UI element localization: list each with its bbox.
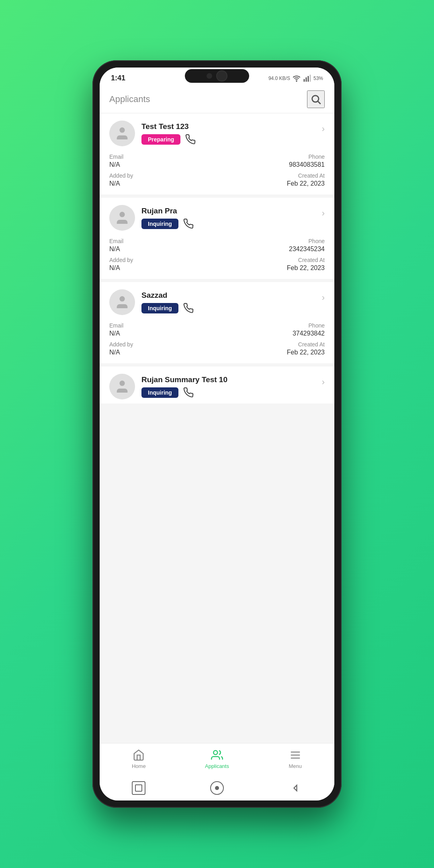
search-icon (310, 94, 321, 105)
back-button[interactable] (289, 781, 302, 795)
applicant-card[interactable]: Sazzad Inquiring › (100, 282, 334, 363)
nav-applicants[interactable]: Applicants (201, 749, 233, 769)
home-nav-icon (133, 749, 145, 761)
applicant-card[interactable]: Test Test 123 Preparing › (100, 113, 334, 194)
svg-line-6 (318, 101, 320, 104)
applicant-name: Rujan Pra (141, 207, 194, 215)
created-at-value: Feb 22, 2023 (217, 349, 325, 356)
email-label: Email (109, 154, 217, 160)
back-icon (290, 782, 301, 794)
created-at-group: Created At Feb 22, 2023 (217, 172, 325, 187)
user-avatar-icon (114, 379, 130, 395)
svg-rect-4 (310, 74, 311, 82)
svg-rect-3 (308, 76, 309, 82)
menu-nav-icon (289, 749, 301, 761)
call-icon[interactable] (183, 387, 194, 398)
phone-value: 374293842 (217, 330, 325, 337)
added-by-value: N/A (109, 264, 217, 272)
home-nav-label: Home (132, 763, 146, 769)
applicant-name: Test Test 123 (141, 122, 196, 131)
svg-point-9 (119, 296, 125, 301)
status-badge: Preparing (141, 134, 180, 145)
email-group: Email N/A (109, 322, 217, 337)
phone-group: Phone 374293842 (217, 322, 325, 337)
added-by-label: Added by (109, 172, 217, 179)
svg-point-10 (119, 381, 125, 386)
added-by-value: N/A (109, 180, 217, 187)
network-speed: 94.0 KB/S (268, 76, 290, 81)
email-group: Email N/A (109, 238, 217, 253)
camera-lens (216, 70, 227, 82)
card-header: Rujan Summary Test 10 Inquiring (109, 374, 325, 399)
status-badge: Inquiring (141, 219, 178, 229)
recent-apps-button[interactable] (132, 781, 145, 795)
app-header: Applicants (100, 86, 334, 113)
phone-frame: 1:41 94.0 KB/S 53% Applicants (92, 60, 342, 808)
name-status: Test Test 123 Preparing (141, 121, 196, 145)
card-left: Sazzad Inquiring (109, 289, 322, 315)
status-row: Inquiring (141, 387, 227, 398)
nav-menu[interactable]: Menu (279, 749, 311, 769)
created-at-label: Created At (217, 257, 325, 263)
applicant-card[interactable]: Rujan Summary Test 10 Inquiring (100, 366, 334, 403)
page-title: Applicants (109, 94, 150, 104)
created-at-label: Created At (217, 341, 325, 348)
user-avatar-icon (114, 210, 130, 226)
status-badge: Inquiring (141, 387, 178, 398)
email-group: Email N/A (109, 154, 217, 168)
status-badge: Inquiring (141, 303, 178, 313)
call-icon[interactable] (185, 134, 196, 145)
svg-point-8 (119, 212, 125, 217)
card-header: Rujan Pra Inquiring › (109, 205, 325, 231)
user-avatar-icon (114, 125, 130, 141)
phone-label: Phone (217, 154, 325, 160)
avatar (109, 289, 135, 315)
added-by-label: Added by (109, 257, 217, 263)
camera-notch (185, 69, 249, 83)
card-left: Rujan Pra Inquiring (109, 205, 322, 231)
user-avatar-icon (114, 294, 130, 310)
card-details: Email N/A Phone 9834083581 Added by N/A … (109, 154, 325, 187)
phone-icon (185, 134, 196, 145)
name-status: Sazzad Inquiring (141, 289, 194, 313)
phone-value: 9834083581 (217, 161, 325, 168)
signal-icon (303, 74, 311, 82)
camera-dot (207, 73, 212, 79)
phone-screen: 1:41 94.0 KB/S 53% Applicants (100, 68, 334, 800)
status-row: Preparing (141, 134, 196, 145)
svg-point-11 (213, 751, 217, 755)
phone-group: Phone 2342345234 (217, 238, 325, 253)
chevron-right-icon: › (322, 289, 325, 303)
svg-point-7 (119, 127, 125, 133)
applicants-nav-icon (211, 749, 223, 761)
home-button[interactable] (210, 781, 224, 795)
svg-marker-15 (294, 785, 297, 791)
added-by-group: Added by N/A (109, 172, 217, 187)
avatar (109, 121, 135, 146)
avatar (109, 205, 135, 231)
nav-home[interactable]: Home (123, 749, 155, 769)
applicants-list: Test Test 123 Preparing › (100, 113, 334, 743)
email-label: Email (109, 238, 217, 244)
applicant-name: Rujan Summary Test 10 (141, 375, 227, 384)
status-time: 1:41 (111, 74, 125, 82)
search-button[interactable] (307, 90, 325, 108)
phone-icon (183, 219, 194, 229)
created-at-value: Feb 22, 2023 (217, 180, 325, 187)
name-status: Rujan Pra Inquiring (141, 205, 194, 229)
card-details: Email N/A Phone 2342345234 Added by N/A … (109, 238, 325, 272)
added-by-group: Added by N/A (109, 341, 217, 356)
status-icons: 94.0 KB/S 53% (268, 74, 323, 82)
applicant-card[interactable]: Rujan Pra Inquiring › (100, 198, 334, 279)
svg-rect-1 (304, 79, 305, 82)
bottom-navigation: Home Applicants Menu (100, 743, 334, 777)
call-icon[interactable] (183, 219, 194, 229)
call-icon[interactable] (183, 303, 194, 313)
applicant-name: Sazzad (141, 291, 194, 300)
applicants-nav-label: Applicants (205, 763, 229, 769)
phone-label: Phone (217, 322, 325, 329)
status-row: Inquiring (141, 219, 194, 229)
added-by-label: Added by (109, 341, 217, 348)
name-status: Rujan Summary Test 10 Inquiring (141, 374, 227, 398)
avatar (109, 374, 135, 399)
